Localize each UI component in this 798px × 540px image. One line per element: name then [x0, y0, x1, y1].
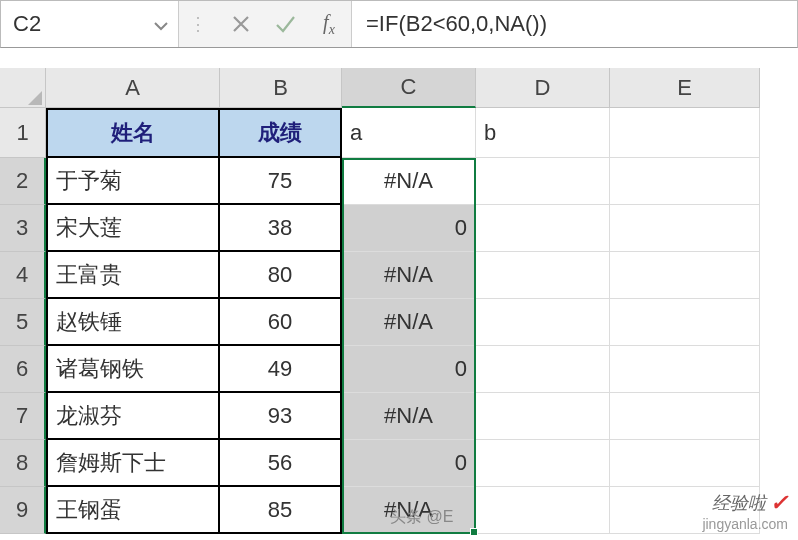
spreadsheet-grid[interactable]: A B C D E 1 姓名 成绩 a b 2 于予菊 75 #N/A 3 宋大…: [0, 68, 798, 534]
cell-e5[interactable]: [610, 299, 760, 346]
cell-c4[interactable]: #N/A: [342, 252, 476, 299]
watermark-brand: 经验啦: [712, 491, 766, 515]
row-header-5[interactable]: 5: [0, 299, 46, 346]
enter-check-icon[interactable]: [263, 1, 307, 47]
cell-e3[interactable]: [610, 205, 760, 252]
cell-c7[interactable]: #N/A: [342, 393, 476, 440]
cell-c8[interactable]: 0: [342, 440, 476, 487]
name-box-value: C2: [13, 11, 41, 37]
cell-e8[interactable]: [610, 440, 760, 487]
col-header-c[interactable]: C: [342, 68, 476, 108]
cell-a3[interactable]: 宋大莲: [46, 205, 220, 252]
cell-b8[interactable]: 56: [220, 440, 342, 487]
formula-text: =IF(B2<60,0,NA()): [366, 11, 547, 37]
cell-d3[interactable]: [476, 205, 610, 252]
row-header-2[interactable]: 2: [0, 158, 46, 205]
cell-b5[interactable]: 60: [220, 299, 342, 346]
row-header-9[interactable]: 9: [0, 487, 46, 534]
cell-d5[interactable]: [476, 299, 610, 346]
cell-d9[interactable]: [476, 487, 610, 534]
row-header-3[interactable]: 3: [0, 205, 46, 252]
divider-icon: ⋮: [179, 1, 219, 47]
cell-a2[interactable]: 于予菊: [46, 158, 220, 205]
cancel-icon[interactable]: [219, 1, 263, 47]
cell-a9[interactable]: 王钢蛋: [46, 487, 220, 534]
toutiao-watermark: 头条 @E: [390, 507, 453, 528]
col-header-b[interactable]: B: [220, 68, 342, 108]
cell-c6[interactable]: 0: [342, 346, 476, 393]
row-header-1[interactable]: 1: [0, 108, 46, 158]
cell-a4[interactable]: 王富贵: [46, 252, 220, 299]
cell-e1[interactable]: [610, 108, 760, 158]
cell-d6[interactable]: [476, 346, 610, 393]
row-header-6[interactable]: 6: [0, 346, 46, 393]
col-header-a[interactable]: A: [46, 68, 220, 108]
cell-c3[interactable]: 0: [342, 205, 476, 252]
cell-d2[interactable]: [476, 158, 610, 205]
cell-d7[interactable]: [476, 393, 610, 440]
header-name[interactable]: 姓名: [46, 108, 220, 158]
cell-b6[interactable]: 49: [220, 346, 342, 393]
cell-e4[interactable]: [610, 252, 760, 299]
fx-icon[interactable]: fx: [307, 1, 351, 47]
select-all-corner[interactable]: [0, 68, 46, 108]
cell-b3[interactable]: 38: [220, 205, 342, 252]
cell-b9[interactable]: 85: [220, 487, 342, 534]
cell-a8[interactable]: 詹姆斯下士: [46, 440, 220, 487]
row-header-4[interactable]: 4: [0, 252, 46, 299]
cell-a7[interactable]: 龙淑芬: [46, 393, 220, 440]
col-header-e[interactable]: E: [610, 68, 760, 108]
cell-c1[interactable]: a: [342, 108, 476, 158]
cell-d4[interactable]: [476, 252, 610, 299]
formula-input[interactable]: =IF(B2<60,0,NA()): [351, 1, 797, 47]
cell-d1[interactable]: b: [476, 108, 610, 158]
check-icon: ✓: [770, 490, 788, 516]
cell-e6[interactable]: [610, 346, 760, 393]
row-header-7[interactable]: 7: [0, 393, 46, 440]
name-box[interactable]: C2: [1, 1, 179, 47]
watermark-url: jingyanla.com: [702, 516, 788, 532]
dropdown-icon[interactable]: [154, 11, 168, 37]
col-header-d[interactable]: D: [476, 68, 610, 108]
watermark: 经验啦 ✓ jingyanla.com: [702, 490, 788, 532]
cell-b2[interactable]: 75: [220, 158, 342, 205]
cell-b4[interactable]: 80: [220, 252, 342, 299]
row-header-8[interactable]: 8: [0, 440, 46, 487]
cell-a5[interactable]: 赵铁锤: [46, 299, 220, 346]
cell-b7[interactable]: 93: [220, 393, 342, 440]
cell-e7[interactable]: [610, 393, 760, 440]
cell-d8[interactable]: [476, 440, 610, 487]
cell-e2[interactable]: [610, 158, 760, 205]
cell-c5[interactable]: #N/A: [342, 299, 476, 346]
cell-a6[interactable]: 诸葛钢铁: [46, 346, 220, 393]
cell-c2[interactable]: #N/A: [342, 158, 476, 205]
formula-bar: C2 ⋮ fx =IF(B2<60,0,NA()): [0, 0, 798, 48]
header-score[interactable]: 成绩: [220, 108, 342, 158]
